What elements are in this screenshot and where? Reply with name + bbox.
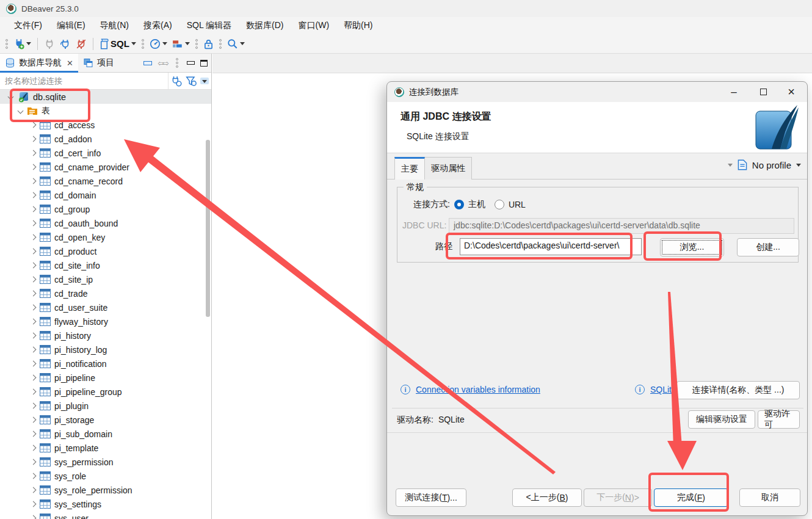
chevron-right-icon[interactable]	[31, 220, 37, 227]
new-connection-button[interactable]	[11, 37, 34, 51]
next-button[interactable]: 下一步(N)>	[584, 488, 652, 507]
menu-item[interactable]: 帮助(H)	[337, 18, 379, 33]
chevron-right-icon[interactable]	[31, 305, 37, 311]
security-button[interactable]	[201, 37, 216, 51]
tree-scrollbar[interactable]	[206, 140, 210, 317]
test-connection-button[interactable]: 测试连接(T)...	[396, 488, 466, 507]
tree-item-table[interactable]: pi_history	[0, 328, 211, 343]
tree-item-table[interactable]: cd_product	[0, 244, 211, 258]
tree-item-table[interactable]: sys_user	[0, 511, 211, 519]
radio-url[interactable]	[495, 200, 504, 209]
tree-item-table[interactable]: cd_oauth_bound	[0, 216, 211, 230]
tree-item-table[interactable]: sys_role	[0, 469, 211, 483]
chevron-right-icon[interactable]	[31, 192, 37, 198]
chevron-right-icon[interactable]	[31, 473, 37, 479]
menu-item[interactable]: 编辑(E)	[50, 18, 92, 33]
cancel-button[interactable]: 取消	[739, 488, 800, 507]
chevron-right-icon[interactable]	[31, 263, 37, 269]
tree-item-table[interactable]: sys_permission	[0, 455, 211, 469]
maximize-view-icon[interactable]	[200, 60, 208, 67]
tree-item-table[interactable]: pi_template	[0, 441, 211, 455]
chevron-right-icon[interactable]	[31, 333, 37, 339]
chevron-right-icon[interactable]	[31, 445, 37, 451]
chevron-right-icon[interactable]	[31, 234, 37, 241]
menu-item[interactable]: 导航(N)	[93, 18, 136, 33]
edit-driver-settings-button[interactable]: 编辑驱动设置	[688, 410, 755, 429]
close-tab-icon[interactable]: ✕	[67, 59, 73, 68]
close-button[interactable]: ×	[778, 82, 805, 102]
previous-button[interactable]: <上一步(B)	[512, 488, 582, 507]
chevron-right-icon[interactable]	[31, 291, 37, 297]
chevron-right-icon[interactable]	[31, 487, 37, 493]
tree-item-table[interactable]: cd_cert_info	[0, 146, 211, 160]
menu-item[interactable]: 搜索(A)	[137, 18, 179, 33]
filter-connected-icon[interactable]	[171, 76, 182, 87]
tree-item-table[interactable]: cd_trade	[0, 286, 211, 300]
tree-item-table[interactable]: sys_role_permission	[0, 483, 211, 497]
disconnect-button[interactable]	[73, 37, 89, 51]
chevron-right-icon[interactable]	[31, 347, 37, 353]
chevron-right-icon[interactable]	[31, 501, 37, 507]
dashboard-button[interactable]	[147, 37, 170, 51]
chevron-right-icon[interactable]	[31, 389, 37, 395]
tree-item-table[interactable]: cd_cname_record	[0, 174, 211, 188]
profile-caret[interactable]	[796, 164, 801, 167]
menu-item[interactable]: 数据库(D)	[239, 18, 290, 33]
chevron-right-icon[interactable]	[31, 319, 37, 325]
tree-item-table[interactable]: flyway_history	[0, 314, 211, 328]
minimize-button[interactable]: –	[720, 82, 747, 102]
tab-projects[interactable]: 项目	[78, 54, 119, 72]
menu-item[interactable]: SQL 编辑器	[180, 18, 238, 33]
chevron-right-icon[interactable]	[31, 277, 37, 283]
reconnect-button[interactable]	[57, 37, 73, 51]
maximize-button[interactable]	[750, 82, 777, 102]
collapse-all-icon[interactable]	[143, 61, 152, 65]
view-menu-grip[interactable]	[176, 58, 178, 68]
tree-item-table[interactable]: pi_pipeline_group	[0, 385, 211, 399]
radio-host[interactable]	[454, 200, 464, 209]
tree-item-table[interactable]: pi_plugin	[0, 399, 211, 413]
driver-license-button[interactable]: 驱动许可	[758, 410, 800, 429]
filter-funnel-icon[interactable]	[186, 76, 197, 87]
chevron-right-icon[interactable]	[31, 403, 37, 409]
sql-editor-button[interactable]: SQL	[97, 37, 139, 51]
chevron-right-icon[interactable]	[31, 206, 37, 212]
connect-button[interactable]	[42, 37, 57, 51]
sqlite-driver-link[interactable]: SQLite	[650, 385, 676, 394]
tab-main[interactable]: 主要	[394, 157, 425, 180]
chevron-right-icon[interactable]	[31, 122, 37, 128]
chevron-right-icon[interactable]	[31, 431, 37, 437]
filter-connections-input[interactable]	[0, 73, 168, 89]
chevron-right-icon[interactable]	[31, 150, 37, 156]
chevron-right-icon[interactable]	[31, 375, 37, 381]
chevron-right-icon[interactable]	[31, 515, 37, 519]
tree-item-table[interactable]: pi_storage	[0, 413, 211, 427]
tab-driver-properties[interactable]: 驱动属性	[424, 157, 472, 180]
tree-item-table[interactable]: pi_notification	[0, 357, 211, 371]
tree-item-table[interactable]: pi_history_log	[0, 343, 211, 357]
schema-compare-button[interactable]	[170, 37, 192, 51]
chevron-right-icon[interactable]	[31, 459, 37, 465]
tree-item-table[interactable]: cd_site_ip	[0, 272, 211, 286]
connection-variables-link[interactable]: Connection variables information	[416, 385, 540, 394]
chevron-right-icon[interactable]	[31, 178, 37, 184]
tree-item-table[interactable]: cd_site_info	[0, 258, 211, 272]
tab-database-navigator[interactable]: 数据库导航 ✕	[0, 54, 78, 72]
chevron-right-icon[interactable]	[31, 249, 37, 255]
tree-item-table[interactable]: pi_pipeline	[0, 371, 211, 385]
profile-history-caret[interactable]	[728, 164, 733, 167]
tree-item-table[interactable]: cd_cname_provider	[0, 160, 211, 174]
tree-item-table[interactable]: cd_addon	[0, 132, 211, 146]
chevron-right-icon[interactable]	[31, 361, 37, 367]
tree-item-table[interactable]: cd_domain	[0, 188, 211, 202]
create-button[interactable]: 创建...	[737, 238, 799, 256]
chevron-right-icon[interactable]	[31, 164, 37, 170]
chevron-right-icon[interactable]	[31, 417, 37, 423]
menu-item[interactable]: 窗口(W)	[292, 18, 336, 33]
connection-details-button[interactable]: 连接详情(名称、类型 ...)	[676, 381, 800, 399]
tree-item-table[interactable]: pi_sub_domain	[0, 427, 211, 441]
link-with-editor-icon[interactable]: ⇦⇨	[158, 59, 167, 68]
chevron-right-icon[interactable]	[31, 136, 37, 142]
tree-item-table[interactable]: cd_open_key	[0, 230, 211, 244]
menu-item[interactable]: 文件(F)	[7, 18, 49, 33]
